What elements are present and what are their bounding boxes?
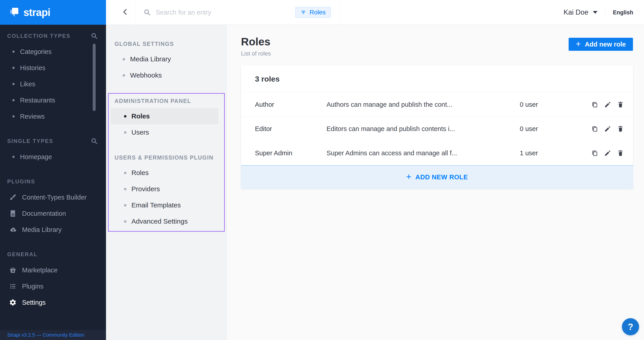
filter-chip-roles[interactable]: Roles — [295, 7, 331, 18]
role-description: Authors can manage and publish the cont.… — [326, 101, 520, 108]
group-label-users-permissions: USERS & PERMISSIONS PLUGIN — [109, 153, 224, 163]
role-name: Super Admin — [255, 150, 326, 157]
search-input[interactable] — [156, 9, 290, 16]
sidebar-item-reviews[interactable]: Reviews — [0, 108, 106, 125]
trash-icon[interactable] — [617, 150, 624, 157]
duplicate-icon[interactable] — [591, 101, 598, 108]
settings-item-providers[interactable]: Providers — [109, 181, 224, 197]
main-content: Roles List of roles + Add new role 3 rol… — [227, 25, 644, 340]
paint-brush-icon — [9, 193, 17, 201]
topbar: Roles Kai Doe English — [106, 0, 644, 25]
dot-icon — [12, 99, 15, 101]
help-button[interactable]: ? — [622, 318, 639, 335]
sidebar-section-collection-types: COLLECTION TYPES Categories Histories Li… — [0, 31, 106, 125]
sidebar-item-documentation[interactable]: Documentation — [0, 205, 106, 222]
chevron-down-icon — [593, 11, 598, 14]
sidebar-item-media-library[interactable]: Media Library — [0, 222, 106, 238]
dot-icon — [12, 51, 15, 53]
chevron-left-icon — [122, 8, 129, 17]
sidebar-section-general: GENERAL Marketplace Plugins — [0, 249, 106, 311]
add-new-role-footer-button[interactable]: + ADD NEW ROLE — [241, 165, 633, 189]
cloud-upload-icon — [9, 226, 17, 233]
table-row-editor[interactable]: Editor Editors can manage and publish co… — [241, 117, 633, 141]
row-actions — [591, 150, 624, 157]
settings-item-admin-roles[interactable]: Roles — [111, 108, 218, 124]
section-label-plugins: PLUGINS — [7, 178, 98, 185]
dot-icon — [124, 115, 126, 118]
edit-pencil-icon[interactable] — [604, 125, 611, 132]
sidebar-item-content-types-builder[interactable]: Content-Types Builder — [0, 189, 106, 205]
version-link[interactable]: Strapi v3.2.5 — Community Edition — [7, 332, 84, 338]
sidebar-section-single-types: SINGLE TYPES Homepage — [0, 136, 106, 165]
group-label-administration-panel: ADMINISTRATION PANEL — [109, 96, 224, 106]
divider — [605, 7, 605, 17]
row-actions — [591, 101, 624, 108]
sidebar-scrollbar-thumb[interactable] — [93, 44, 96, 111]
settings-item-media-library[interactable]: Media Library — [106, 51, 227, 67]
sidebar-item-homepage[interactable]: Homepage — [0, 149, 106, 165]
settings-item-webhooks[interactable]: Webhooks — [106, 67, 227, 83]
user-menu[interactable]: Kai Doe — [564, 8, 597, 16]
edit-pencil-icon[interactable] — [604, 150, 611, 157]
strapi-logo[interactable]: strapi — [0, 0, 106, 25]
role-user-count: 0 user — [520, 125, 591, 133]
plus-icon: + — [576, 39, 581, 48]
section-label-general: GENERAL — [7, 251, 98, 258]
page-subtitle: List of roles — [241, 50, 271, 57]
strapi-logo-text: strapi — [24, 6, 50, 18]
dot-icon — [12, 67, 15, 69]
trash-icon[interactable] — [617, 125, 624, 132]
filter-chip-label: Roles — [310, 9, 326, 16]
page-header: Roles List of roles + Add new role — [241, 35, 633, 57]
strapi-admin-app: strapi COLLECTION TYPES Categories Histo… — [0, 0, 644, 340]
edit-pencil-icon[interactable] — [604, 101, 611, 108]
roles-count: 3 roles — [241, 65, 633, 92]
strapi-logo-icon — [9, 7, 19, 18]
settings-item-advanced-settings[interactable]: Advanced Settings — [109, 213, 224, 229]
user-name: Kai Doe — [564, 8, 588, 16]
settings-group-users-permissions: USERS & PERMISSIONS PLUGIN Roles Provide… — [109, 153, 224, 229]
dot-icon — [123, 58, 125, 60]
role-user-count: 1 user — [520, 150, 591, 157]
settings-item-admin-users[interactable]: Users — [109, 124, 224, 141]
sidebar-item-plugins[interactable]: Plugins — [0, 278, 106, 294]
filter-icon — [300, 9, 306, 15]
sidebar-item-histories[interactable]: Histories — [0, 60, 106, 76]
question-mark-icon: ? — [628, 322, 633, 332]
role-user-count: 0 user — [520, 101, 591, 108]
role-name: Editor — [255, 125, 326, 133]
table-row-super-admin[interactable]: Super Admin Super Admins can access and … — [241, 141, 633, 165]
sidebar-item-restaurants[interactable]: Restaurants — [0, 92, 106, 108]
list-icon — [9, 283, 17, 290]
roles-table-card: 3 roles Author Authors can manage and pu… — [241, 65, 633, 189]
settings-item-email-templates[interactable]: Email Templates — [109, 197, 224, 213]
settings-item-up-roles[interactable]: Roles — [109, 165, 224, 181]
language-selector[interactable]: English — [613, 9, 633, 16]
add-new-role-button[interactable]: + Add new role — [568, 38, 633, 51]
sidebar-item-categories[interactable]: Categories — [0, 44, 106, 60]
sidebar-item-likes[interactable]: Likes — [0, 76, 106, 92]
sidebar-item-settings[interactable]: Settings — [0, 294, 106, 311]
dot-icon — [12, 156, 15, 158]
tour-highlight-box: ADMINISTRATION PANEL Roles Users USERS &… — [108, 93, 225, 232]
section-label-collection-types: COLLECTION TYPES — [7, 33, 91, 39]
group-label-global-settings: GLOBAL SETTINGS — [106, 39, 227, 49]
duplicate-icon[interactable] — [591, 125, 598, 132]
dot-icon — [123, 74, 125, 77]
dot-icon — [124, 204, 126, 206]
search-icon — [144, 9, 151, 16]
duplicate-icon[interactable] — [591, 150, 598, 157]
gear-icon — [9, 299, 17, 306]
page-title: Roles — [241, 35, 271, 48]
trash-icon[interactable] — [617, 101, 624, 108]
basket-icon — [9, 266, 17, 274]
table-row-author[interactable]: Author Authors can manage and publish th… — [241, 92, 633, 117]
search-icon[interactable] — [91, 138, 98, 145]
dot-icon — [12, 83, 15, 85]
role-name: Author — [255, 101, 326, 108]
dot-icon — [12, 115, 15, 118]
back-button[interactable] — [116, 0, 135, 25]
search-icon[interactable] — [91, 32, 98, 39]
sidebar-item-marketplace[interactable]: Marketplace — [0, 262, 106, 278]
section-label-single-types: SINGLE TYPES — [7, 138, 91, 144]
